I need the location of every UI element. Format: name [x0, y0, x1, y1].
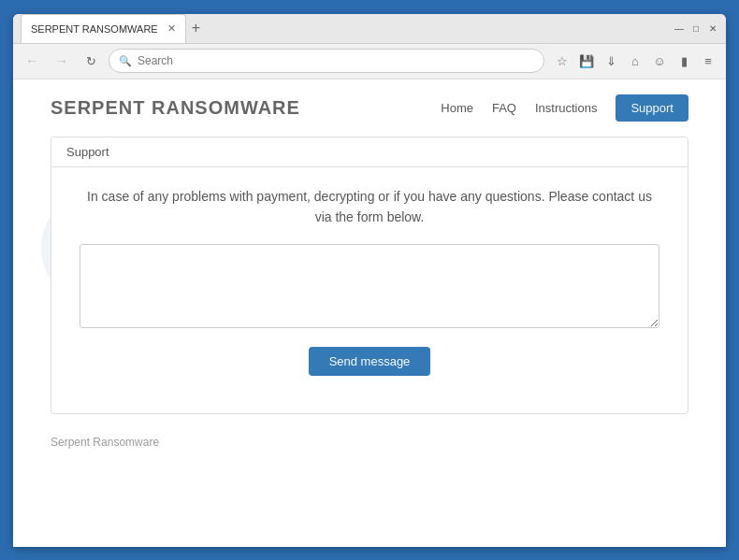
browser-window: SERPENT RANSOMWARE ✕ + — □ ✕ ← → ↻ 🔍 ☆ 💾… — [13, 14, 726, 547]
close-button[interactable]: ✕ — [707, 22, 718, 34]
card-body: In case of any problems with payment, de… — [51, 167, 688, 395]
tab-close-icon[interactable]: ✕ — [167, 22, 176, 35]
site-footer: Serpent Ransomware — [13, 414, 726, 468]
send-button-wrap: Send message — [80, 347, 659, 376]
nav-faq[interactable]: FAQ — [492, 101, 516, 115]
active-tab[interactable]: SERPENT RANSOMWARE ✕ — [21, 14, 186, 43]
nav-home[interactable]: Home — [441, 101, 473, 115]
shield-icon[interactable]: ▮ — [674, 50, 694, 71]
tab-label: SERPENT RANSOMWARE — [31, 23, 158, 35]
message-textarea[interactable] — [80, 244, 659, 328]
site-nav: Home FAQ Instructions Support — [441, 94, 688, 122]
nav-support-button[interactable]: Support — [616, 94, 688, 122]
site-header: SERPENT RANSOMWARE Home FAQ Instructions… — [13, 79, 726, 136]
save-page-icon[interactable]: 💾 — [576, 50, 597, 71]
footer-text: Serpent Ransomware — [51, 436, 159, 449]
card-description: In case of any problems with payment, de… — [80, 186, 659, 228]
main-card: Support In case of any problems with pay… — [51, 136, 688, 415]
menu-icon[interactable]: ≡ — [698, 50, 718, 71]
nav-instructions[interactable]: Instructions — [535, 101, 597, 115]
site-logo: SERPENT RANSOMWARE — [51, 97, 300, 119]
page-content: pcthreat.com SERPENT RANSOMWARE Home FAQ… — [13, 79, 726, 547]
bookmark-icon[interactable]: ☆ — [552, 50, 572, 71]
window-controls: — □ ✕ — [674, 22, 718, 34]
search-input[interactable] — [138, 54, 534, 67]
address-bar: ← → ↻ 🔍 ☆ 💾 ⇓ ⌂ ☺ ▮ ≡ — [13, 44, 726, 79]
forward-button[interactable]: → — [51, 50, 73, 72]
maximize-button[interactable]: □ — [690, 22, 702, 34]
smiley-icon[interactable]: ☺ — [649, 50, 670, 71]
card-header: Support — [51, 137, 688, 167]
address-input-wrap[interactable]: 🔍 — [109, 49, 544, 73]
refresh-button[interactable]: ↻ — [80, 50, 101, 71]
search-icon: 🔍 — [119, 55, 132, 67]
back-button[interactable]: ← — [21, 50, 43, 72]
tab-bar: SERPENT RANSOMWARE ✕ + — [21, 14, 668, 43]
card-header-label: Support — [66, 145, 109, 159]
minimize-button[interactable]: — — [674, 22, 685, 34]
download-icon[interactable]: ⇓ — [601, 50, 621, 71]
title-bar: SERPENT RANSOMWARE ✕ + — □ ✕ — [13, 14, 726, 44]
new-tab-button[interactable]: + — [186, 14, 206, 43]
toolbar-icons: ☆ 💾 ⇓ ⌂ ☺ ▮ ≡ — [552, 50, 718, 71]
send-button[interactable]: Send message — [309, 347, 431, 376]
home-icon[interactable]: ⌂ — [625, 50, 645, 71]
